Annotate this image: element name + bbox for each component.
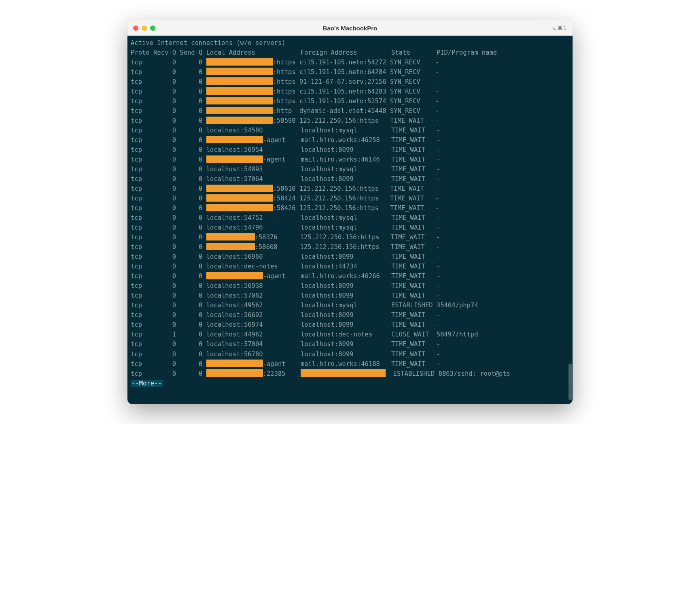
scrollbar-thumb[interactable]	[568, 364, 572, 400]
table-row: tcp 0 0 :http dynamic-adsl.viet:45448 SY…	[131, 106, 569, 116]
table-row: tcp 0 0 :58424 125.212.250.156:https TIM…	[131, 194, 569, 203]
redacted-local-address	[206, 272, 263, 280]
column-header-row: Proto Recv-Q Send-Q Local Address Foreig…	[131, 48, 569, 57]
terminal-body[interactable]: Active Internet connections (w/o servers…	[127, 36, 573, 404]
redacted-local-address	[206, 194, 273, 202]
redacted-local-address	[206, 58, 273, 66]
table-row: tcp 0 0 :58598 125.212.250.156:https TIM…	[131, 116, 569, 126]
table-row: tcp 0 0 localhost:56974 localhost:8099 T…	[131, 320, 569, 330]
table-row: tcp 0 0 localhost:56780 localhost:8099 T…	[131, 349, 569, 359]
redacted-local-address	[206, 204, 273, 212]
titlebar-shortcut: ⌥⌘1	[550, 25, 567, 31]
table-row: tcp 0 0 :22385 ESTABLISHED 8863/sshd: ro…	[131, 369, 569, 379]
table-row: tcp 0 0 localhost:54796 localhost:mysql …	[131, 223, 569, 232]
redacted-local-address	[206, 87, 273, 95]
table-row: tcp 0 0 -agent mail.hiro.works:46258 TIM…	[131, 135, 569, 145]
window-title: Bao's MacbookPro	[127, 25, 573, 32]
scrollbar-track[interactable]	[568, 37, 572, 402]
table-row: tcp 0 0 localhost:54752 localhost:mysql …	[131, 213, 569, 223]
redacted-local-address	[206, 233, 255, 241]
table-row: tcp 0 0 localhost:49562 localhost:mysql …	[131, 300, 569, 310]
redacted-local-address	[206, 68, 273, 75]
table-row: tcp 0 0 localhost:54893 localhost:mysql …	[131, 164, 569, 174]
redacted-local-address	[206, 155, 263, 163]
table-row: tcp 0 0 localhost:54580 localhost:mysql …	[131, 126, 569, 135]
table-row: tcp 0 0 :58426 125.212.250.156:https TIM…	[131, 203, 569, 213]
table-row: tcp 0 0 localhost:56692 localhost:8099 T…	[131, 310, 569, 320]
redacted-local-address	[206, 185, 273, 192]
table-row: tcp 0 0 :58376 125.212.250.156:https TIM…	[131, 232, 569, 242]
redacted-local-address	[206, 369, 263, 377]
zoom-icon[interactable]	[150, 26, 155, 31]
table-row: tcp 0 0 localhost:56938 localhost:8099 T…	[131, 281, 569, 291]
table-row: tcp 0 0 :https ci15.191-105.netn:64284 S…	[131, 67, 569, 77]
redacted-local-address	[206, 136, 263, 144]
traffic-lights	[133, 26, 155, 31]
table-row: tcp 0 0 -agent mail.hiro.works:46188 TIM…	[131, 359, 569, 369]
table-row: tcp 0 0 :https 91-121-67-67.serv:27156 S…	[131, 77, 569, 87]
table-row: tcp 0 0 localhost:56960 localhost:8099 T…	[131, 252, 569, 262]
redacted-local-address	[206, 243, 255, 251]
redacted-local-address	[206, 97, 273, 105]
table-row: tcp 0 0 -agent mail.hiro.works:46266 TIM…	[131, 271, 569, 281]
redacted-local-address	[206, 117, 273, 124]
table-row: tcp 0 0 :58608 125.212.250.156:https TIM…	[131, 242, 569, 252]
close-icon[interactable]	[133, 26, 138, 31]
more-prompt[interactable]: --More--	[131, 380, 163, 387]
redacted-local-address	[206, 77, 273, 85]
table-row: tcp 0 0 localhost:dec-notes localhost:44…	[131, 262, 569, 271]
table-row: tcp 0 0 :https ci15.191-105.netn:54272 S…	[131, 57, 569, 67]
table-row: tcp 0 0 :58610 125.212.250.156:https TIM…	[131, 184, 569, 194]
table-row: tcp 0 0 :https ci15.191-105.netn:64283 S…	[131, 87, 569, 96]
table-row: tcp 0 0 :https ci15.191-105.netn:52574 S…	[131, 96, 569, 106]
redacted-local-address	[206, 107, 273, 115]
window-titlebar[interactable]: Bao's MacbookPro ⌥⌘1	[127, 20, 573, 36]
table-row: tcp 0 0 -agent mail.hiro.works:46146 TIM…	[131, 155, 569, 164]
redacted-foreign-address	[301, 369, 386, 377]
minimize-icon[interactable]	[142, 26, 147, 31]
terminal-window: Bao's MacbookPro ⌥⌘1 Active Internet con…	[127, 20, 573, 404]
table-row: tcp 0 0 localhost:56954 localhost:8099 T…	[131, 145, 569, 155]
connection-rows: tcp 0 0 :https ci15.191-105.netn:54272 S…	[131, 57, 569, 379]
redacted-local-address	[206, 360, 263, 367]
table-row: tcp 0 0 localhost:57004 localhost:8099 T…	[131, 339, 569, 349]
table-row: tcp 0 0 localhost:57062 localhost:8099 T…	[131, 291, 569, 300]
table-row: tcp 1 0 localhost:44962 localhost:dec-no…	[131, 330, 569, 339]
netstat-header: Active Internet connections (w/o servers…	[131, 38, 569, 48]
table-row: tcp 0 0 localhost:57064 localhost:8099 T…	[131, 174, 569, 184]
